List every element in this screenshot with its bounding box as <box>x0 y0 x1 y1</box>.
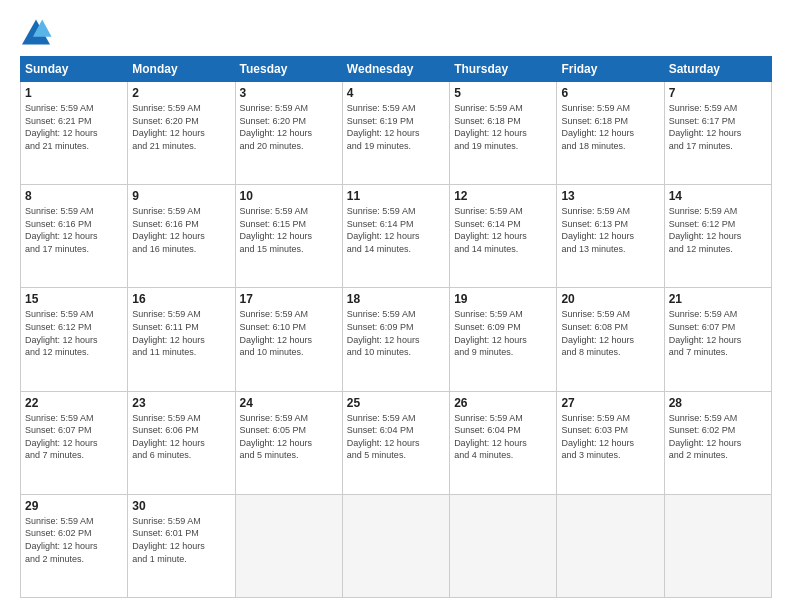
weekday-header-tuesday: Tuesday <box>235 57 342 82</box>
calendar-cell: 13Sunrise: 5:59 AM Sunset: 6:13 PM Dayli… <box>557 185 664 288</box>
weekday-header-friday: Friday <box>557 57 664 82</box>
day-info: Sunrise: 5:59 AM Sunset: 6:18 PM Dayligh… <box>454 102 552 152</box>
day-number: 5 <box>454 86 552 100</box>
calendar-week-2: 15Sunrise: 5:59 AM Sunset: 6:12 PM Dayli… <box>21 288 772 391</box>
day-number: 14 <box>669 189 767 203</box>
day-info: Sunrise: 5:59 AM Sunset: 6:11 PM Dayligh… <box>132 308 230 358</box>
day-info: Sunrise: 5:59 AM Sunset: 6:05 PM Dayligh… <box>240 412 338 462</box>
day-number: 28 <box>669 396 767 410</box>
calendar-body: 1Sunrise: 5:59 AM Sunset: 6:21 PM Daylig… <box>21 82 772 598</box>
day-info: Sunrise: 5:59 AM Sunset: 6:14 PM Dayligh… <box>347 205 445 255</box>
day-info: Sunrise: 5:59 AM Sunset: 6:12 PM Dayligh… <box>669 205 767 255</box>
calendar-cell: 21Sunrise: 5:59 AM Sunset: 6:07 PM Dayli… <box>664 288 771 391</box>
day-info: Sunrise: 5:59 AM Sunset: 6:03 PM Dayligh… <box>561 412 659 462</box>
calendar-cell: 2Sunrise: 5:59 AM Sunset: 6:20 PM Daylig… <box>128 82 235 185</box>
calendar-header: SundayMondayTuesdayWednesdayThursdayFrid… <box>21 57 772 82</box>
day-number: 11 <box>347 189 445 203</box>
calendar-cell: 18Sunrise: 5:59 AM Sunset: 6:09 PM Dayli… <box>342 288 449 391</box>
day-info: Sunrise: 5:59 AM Sunset: 6:15 PM Dayligh… <box>240 205 338 255</box>
calendar-cell <box>235 494 342 597</box>
day-number: 6 <box>561 86 659 100</box>
calendar-cell <box>342 494 449 597</box>
calendar-cell: 26Sunrise: 5:59 AM Sunset: 6:04 PM Dayli… <box>450 391 557 494</box>
calendar-cell: 28Sunrise: 5:59 AM Sunset: 6:02 PM Dayli… <box>664 391 771 494</box>
calendar-cell: 24Sunrise: 5:59 AM Sunset: 6:05 PM Dayli… <box>235 391 342 494</box>
day-info: Sunrise: 5:59 AM Sunset: 6:09 PM Dayligh… <box>454 308 552 358</box>
calendar-week-4: 29Sunrise: 5:59 AM Sunset: 6:02 PM Dayli… <box>21 494 772 597</box>
day-info: Sunrise: 5:59 AM Sunset: 6:08 PM Dayligh… <box>561 308 659 358</box>
day-number: 20 <box>561 292 659 306</box>
calendar-cell: 16Sunrise: 5:59 AM Sunset: 6:11 PM Dayli… <box>128 288 235 391</box>
logo-icon <box>20 18 52 46</box>
day-info: Sunrise: 5:59 AM Sunset: 6:10 PM Dayligh… <box>240 308 338 358</box>
day-number: 10 <box>240 189 338 203</box>
calendar-cell <box>557 494 664 597</box>
weekday-header-saturday: Saturday <box>664 57 771 82</box>
calendar-cell: 9Sunrise: 5:59 AM Sunset: 6:16 PM Daylig… <box>128 185 235 288</box>
calendar-week-3: 22Sunrise: 5:59 AM Sunset: 6:07 PM Dayli… <box>21 391 772 494</box>
calendar-cell: 17Sunrise: 5:59 AM Sunset: 6:10 PM Dayli… <box>235 288 342 391</box>
day-info: Sunrise: 5:59 AM Sunset: 6:13 PM Dayligh… <box>561 205 659 255</box>
day-number: 21 <box>669 292 767 306</box>
calendar-cell: 25Sunrise: 5:59 AM Sunset: 6:04 PM Dayli… <box>342 391 449 494</box>
day-number: 7 <box>669 86 767 100</box>
calendar-week-1: 8Sunrise: 5:59 AM Sunset: 6:16 PM Daylig… <box>21 185 772 288</box>
day-info: Sunrise: 5:59 AM Sunset: 6:04 PM Dayligh… <box>347 412 445 462</box>
calendar-cell: 29Sunrise: 5:59 AM Sunset: 6:02 PM Dayli… <box>21 494 128 597</box>
day-number: 15 <box>25 292 123 306</box>
calendar-cell: 22Sunrise: 5:59 AM Sunset: 6:07 PM Dayli… <box>21 391 128 494</box>
weekday-header-monday: Monday <box>128 57 235 82</box>
calendar-cell: 10Sunrise: 5:59 AM Sunset: 6:15 PM Dayli… <box>235 185 342 288</box>
day-number: 24 <box>240 396 338 410</box>
day-number: 18 <box>347 292 445 306</box>
day-number: 13 <box>561 189 659 203</box>
day-number: 23 <box>132 396 230 410</box>
calendar-cell: 7Sunrise: 5:59 AM Sunset: 6:17 PM Daylig… <box>664 82 771 185</box>
calendar-cell <box>664 494 771 597</box>
calendar-cell: 19Sunrise: 5:59 AM Sunset: 6:09 PM Dayli… <box>450 288 557 391</box>
day-number: 2 <box>132 86 230 100</box>
calendar-cell: 12Sunrise: 5:59 AM Sunset: 6:14 PM Dayli… <box>450 185 557 288</box>
calendar-cell: 8Sunrise: 5:59 AM Sunset: 6:16 PM Daylig… <box>21 185 128 288</box>
calendar-cell: 20Sunrise: 5:59 AM Sunset: 6:08 PM Dayli… <box>557 288 664 391</box>
day-number: 26 <box>454 396 552 410</box>
day-info: Sunrise: 5:59 AM Sunset: 6:07 PM Dayligh… <box>669 308 767 358</box>
calendar-table: SundayMondayTuesdayWednesdayThursdayFrid… <box>20 56 772 598</box>
day-info: Sunrise: 5:59 AM Sunset: 6:09 PM Dayligh… <box>347 308 445 358</box>
day-info: Sunrise: 5:59 AM Sunset: 6:06 PM Dayligh… <box>132 412 230 462</box>
day-info: Sunrise: 5:59 AM Sunset: 6:17 PM Dayligh… <box>669 102 767 152</box>
calendar-cell: 3Sunrise: 5:59 AM Sunset: 6:20 PM Daylig… <box>235 82 342 185</box>
day-number: 17 <box>240 292 338 306</box>
day-number: 3 <box>240 86 338 100</box>
day-info: Sunrise: 5:59 AM Sunset: 6:20 PM Dayligh… <box>132 102 230 152</box>
day-number: 29 <box>25 499 123 513</box>
calendar-cell: 1Sunrise: 5:59 AM Sunset: 6:21 PM Daylig… <box>21 82 128 185</box>
day-info: Sunrise: 5:59 AM Sunset: 6:18 PM Dayligh… <box>561 102 659 152</box>
day-info: Sunrise: 5:59 AM Sunset: 6:14 PM Dayligh… <box>454 205 552 255</box>
calendar-cell: 6Sunrise: 5:59 AM Sunset: 6:18 PM Daylig… <box>557 82 664 185</box>
day-info: Sunrise: 5:59 AM Sunset: 6:21 PM Dayligh… <box>25 102 123 152</box>
calendar-cell: 5Sunrise: 5:59 AM Sunset: 6:18 PM Daylig… <box>450 82 557 185</box>
day-number: 4 <box>347 86 445 100</box>
day-number: 8 <box>25 189 123 203</box>
weekday-header-wednesday: Wednesday <box>342 57 449 82</box>
logo <box>20 18 56 46</box>
day-info: Sunrise: 5:59 AM Sunset: 6:16 PM Dayligh… <box>25 205 123 255</box>
calendar-cell: 14Sunrise: 5:59 AM Sunset: 6:12 PM Dayli… <box>664 185 771 288</box>
calendar-week-0: 1Sunrise: 5:59 AM Sunset: 6:21 PM Daylig… <box>21 82 772 185</box>
day-number: 30 <box>132 499 230 513</box>
calendar-cell: 27Sunrise: 5:59 AM Sunset: 6:03 PM Dayli… <box>557 391 664 494</box>
calendar-cell: 11Sunrise: 5:59 AM Sunset: 6:14 PM Dayli… <box>342 185 449 288</box>
weekday-header-sunday: Sunday <box>21 57 128 82</box>
day-info: Sunrise: 5:59 AM Sunset: 6:02 PM Dayligh… <box>669 412 767 462</box>
day-number: 16 <box>132 292 230 306</box>
calendar-cell: 30Sunrise: 5:59 AM Sunset: 6:01 PM Dayli… <box>128 494 235 597</box>
day-info: Sunrise: 5:59 AM Sunset: 6:16 PM Dayligh… <box>132 205 230 255</box>
day-info: Sunrise: 5:59 AM Sunset: 6:12 PM Dayligh… <box>25 308 123 358</box>
calendar-cell <box>450 494 557 597</box>
page: SundayMondayTuesdayWednesdayThursdayFrid… <box>0 0 792 612</box>
day-info: Sunrise: 5:59 AM Sunset: 6:07 PM Dayligh… <box>25 412 123 462</box>
day-number: 12 <box>454 189 552 203</box>
calendar-cell: 23Sunrise: 5:59 AM Sunset: 6:06 PM Dayli… <box>128 391 235 494</box>
calendar-cell: 15Sunrise: 5:59 AM Sunset: 6:12 PM Dayli… <box>21 288 128 391</box>
